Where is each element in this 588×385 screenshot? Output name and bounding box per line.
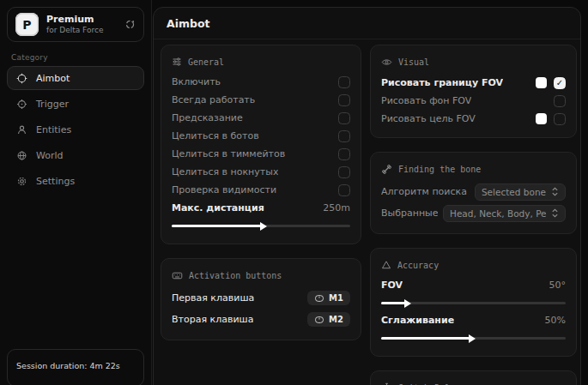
bone-card-title: Finding the bone — [381, 159, 566, 181]
smoothing-slider-label: Сглаживание — [381, 315, 454, 326]
setting-row: Выбранные кос Head, Neck, Body, Pe... — [381, 202, 566, 224]
content: General Включить Всегда работать Предска… — [154, 39, 580, 385]
session-duration: Session duration: 4m 22s — [7, 349, 144, 385]
target-teammates-checkbox[interactable] — [338, 148, 350, 160]
select-value: Head, Neck, Body, Pe... — [450, 208, 546, 219]
target-bots-checkbox[interactable] — [338, 130, 350, 142]
fov-background-label: Рисовать фон FOV — [381, 95, 471, 106]
category-label: Category — [11, 53, 140, 62]
accuracy-card-title: Accuracy — [381, 255, 566, 276]
fov-target-color-swatch[interactable] — [536, 113, 547, 124]
target-knocked-checkbox[interactable] — [338, 166, 350, 178]
page-title: Aimbot — [154, 8, 580, 39]
brand-text: Premium for Delta Force — [46, 14, 103, 35]
enable-checkbox[interactable] — [338, 76, 350, 88]
visual-card: Visual Рисовать границу FOV ✓ Рисовать ф… — [370, 45, 577, 138]
fov-target-checkbox[interactable] — [554, 113, 566, 125]
card-title-text: Visual — [398, 57, 429, 67]
sidebar-item-aimbot[interactable]: Aimbot — [7, 66, 144, 90]
bone-algorithm-select[interactable]: Selected bone — [475, 183, 566, 201]
activation-card-title: Activation buttons — [172, 265, 350, 287]
setting-label: Целиться в тиммейтов — [172, 148, 285, 159]
crosshair-icon — [16, 99, 27, 110]
keybind-value: M1 — [329, 293, 343, 303]
first-key-button[interactable]: M1 — [307, 291, 350, 305]
setting-row: Целиться в тиммейтов — [172, 145, 350, 163]
setting-row: Проверка видимости — [172, 181, 350, 199]
refresh-icon[interactable] — [124, 19, 136, 30]
setting-row: Включить — [172, 73, 350, 91]
keybind-row: Первая клавиша M1 — [172, 287, 350, 309]
card-title-text: General — [188, 57, 224, 67]
gear-icon — [16, 176, 27, 187]
fov-border-checkbox[interactable]: ✓ — [554, 77, 566, 89]
setting-row: Всегда работать — [172, 91, 350, 109]
sliders-icon — [172, 57, 182, 67]
max-distance-label: Макс. дистанция — [172, 202, 264, 214]
setting-label: Включить — [172, 76, 221, 87]
slider-label-row: FOV 50° — [381, 276, 566, 294]
setting-row: Рисовать границу FOV ✓ — [381, 74, 566, 92]
brand-name: Premium — [46, 14, 103, 26]
second-key-button[interactable]: M2 — [307, 312, 350, 327]
selected-bones-select[interactable]: Head, Neck, Body, Pe... — [443, 205, 566, 222]
triangle-icon — [381, 260, 391, 270]
card-title-text: Activation buttons — [189, 271, 282, 280]
sidebar-item-label: Entities — [36, 124, 71, 135]
selected-bones-label: Выбранные кос — [381, 208, 438, 219]
setting-label: Предсказание — [172, 112, 243, 123]
smoothing-slider[interactable] — [381, 337, 566, 340]
setting-row: Алгоритм поиска кост Selected bone — [381, 181, 566, 202]
setting-row: Предсказание — [172, 109, 350, 127]
setting-label: Целиться в ботов — [172, 130, 259, 141]
entities-icon — [16, 124, 27, 135]
smoothing-slider-value: 50% — [545, 315, 566, 326]
first-key-label: Первая клавиша — [172, 292, 254, 304]
fov-border-label: Рисовать границу FOV — [381, 77, 503, 88]
accuracy-card: Accuracy FOV 50° Сглаживание 50% — [370, 248, 577, 357]
setting-label: Всегда работать — [172, 94, 255, 105]
brand-card: P Premium for Delta Force — [7, 7, 144, 42]
sidebar-item-label: Aimbot — [36, 73, 70, 84]
fov-slider-value: 50° — [549, 280, 567, 291]
general-card: General Включить Всегда работать Предска… — [161, 45, 361, 244]
mouse-icon — [314, 294, 324, 303]
left-column: General Включить Всегда работать Предска… — [161, 45, 361, 340]
sidebar-item-label: World — [36, 150, 64, 161]
setting-label: Целиться в нокнутых — [172, 166, 278, 177]
sidebar-item-settings[interactable]: Settings — [7, 169, 144, 193]
app-window: P Premium for Delta Force Category — [0, 0, 588, 385]
slider-fill — [381, 337, 470, 340]
main-panel: Aimbot General — [153, 7, 581, 385]
always-work-checkbox[interactable] — [338, 94, 350, 106]
max-distance-slider[interactable] — [172, 225, 350, 227]
right-column: Visual Рисовать границу FOV ✓ Рисовать ф… — [370, 45, 577, 385]
sidebar-item-label: Settings — [36, 176, 75, 187]
sidebar-item-world[interactable]: World — [7, 143, 144, 167]
sidebar: P Premium for Delta Force Category — [0, 0, 152, 385]
fov-target-label: Рисовать цель FOV — [381, 113, 476, 124]
sidebar-item-trigger[interactable]: Trigger — [7, 92, 144, 116]
sidebar-nav: Aimbot Trigger — [7, 66, 144, 193]
prediction-checkbox[interactable] — [338, 112, 350, 124]
fov-background-checkbox[interactable] — [554, 95, 566, 107]
visual-card-title: Visual — [381, 51, 566, 74]
setting-row: Рисовать цель FOV — [381, 110, 566, 128]
setting-row: Целиться в нокнутых — [172, 163, 350, 181]
fov-border-color-swatch[interactable] — [536, 77, 547, 88]
scope-icon — [16, 73, 27, 84]
keybind-value: M2 — [329, 315, 343, 324]
setting-row: Целиться в ботов — [172, 127, 350, 145]
sidebar-item-label: Trigger — [36, 99, 69, 110]
activation-buttons-card: Activation buttons Первая клавиша M1 — [161, 258, 361, 340]
max-distance-value: 250m — [323, 202, 350, 214]
second-key-label: Вторая клавиша — [172, 314, 253, 325]
visibility-check-checkbox[interactable] — [338, 184, 350, 196]
bone-icon — [381, 164, 392, 175]
fov-slider[interactable] — [381, 302, 566, 304]
sidebar-item-entities[interactable]: Entities — [7, 117, 144, 141]
general-card-title: General — [172, 51, 350, 73]
chevron-up-down-icon — [551, 208, 559, 218]
setting-label: Проверка видимости — [172, 184, 276, 196]
setting-row: Рисовать фон FOV — [381, 92, 566, 110]
